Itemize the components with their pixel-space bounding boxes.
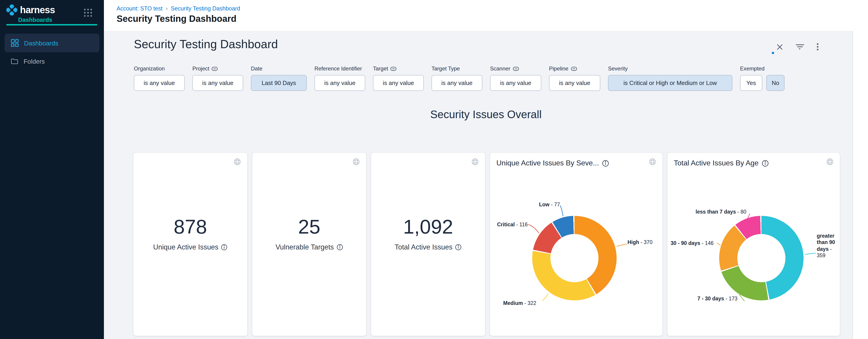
page-title: Security Testing Dashboard xyxy=(117,13,237,24)
dashboard-title: Security Testing Dashboard xyxy=(134,37,278,51)
screen: harness Dashboards Das xyxy=(0,0,868,339)
slice-label: greater than 90 days - 359 xyxy=(817,233,841,259)
breadcrumb-separator-icon: › xyxy=(166,5,168,12)
filter-organization: Organization is any value xyxy=(134,65,185,91)
close-icon[interactable] xyxy=(775,42,784,52)
globe-icon[interactable] xyxy=(471,158,479,165)
donut-hole xyxy=(550,234,598,282)
filter-label: Pipeline xyxy=(549,65,568,72)
filter-severity: Severity is Critical or High or Medium o… xyxy=(608,65,732,91)
tile-unique-active-issues: 878 Unique Active Issues xyxy=(133,153,247,336)
globe-icon[interactable] xyxy=(649,158,656,165)
slice-label: 30 - 90 days - 146 xyxy=(671,240,713,247)
filter-label: Exempted xyxy=(740,65,765,72)
tiles-row: 878 Unique Active Issues 25 Vulnerable T… xyxy=(133,153,840,336)
sidebar: harness Dashboards Das xyxy=(0,0,104,339)
harness-logo-icon xyxy=(6,4,17,16)
filter-reference-identifier: Reference Identifier is any value xyxy=(314,65,365,91)
sidebar-item-dashboards[interactable]: Dashboards xyxy=(4,34,99,52)
chart-title: Total Active Issues By Age xyxy=(674,159,758,167)
globe-icon[interactable] xyxy=(352,158,360,165)
filter-label: Project xyxy=(192,65,209,72)
filter-label: Reference Identifier xyxy=(314,65,362,72)
filter-scanner: Scanner is any value xyxy=(490,65,541,91)
severity-donut-chart[interactable] xyxy=(532,216,617,300)
link-icon xyxy=(212,66,218,71)
info-icon[interactable] xyxy=(455,244,462,250)
link-icon xyxy=(570,66,577,71)
folder-icon xyxy=(11,58,18,64)
sidebar-item-label: Folders xyxy=(24,58,45,65)
filter-label: Scanner xyxy=(490,65,510,72)
kpi-label: Vulnerable Targets xyxy=(276,243,334,251)
sidebar-item-folders[interactable]: Folders xyxy=(4,52,99,70)
filter-icon[interactable] xyxy=(795,42,805,52)
filter-label: Target xyxy=(373,65,388,72)
filter-date: Date Last 90 Days xyxy=(251,65,307,91)
filter-target-type: Target Type is any value xyxy=(432,65,482,91)
kpi-value: 1,092 xyxy=(371,217,485,237)
filter-date-value[interactable]: Last 90 Days xyxy=(251,75,307,91)
link-icon xyxy=(391,66,397,71)
kebab-menu-icon[interactable] xyxy=(813,42,823,52)
globe-icon[interactable] xyxy=(234,158,241,165)
globe-icon[interactable] xyxy=(826,158,834,165)
kpi-value: 25 xyxy=(252,217,366,237)
filter-label: Date xyxy=(251,65,262,72)
dashboard-embed: Security Testing Dashboard Organization … xyxy=(104,31,868,339)
notification-dot xyxy=(772,52,774,54)
filter-label: Target Type xyxy=(432,65,460,72)
age-donut-chart[interactable] xyxy=(719,216,804,300)
breadcrumb: Account: STO test › Security Testing Das… xyxy=(117,5,240,12)
filter-severity-value[interactable]: is Critical or High or Medium or Low xyxy=(608,75,732,91)
filter-pipeline: Pipeline is any value xyxy=(549,65,600,91)
module-title: Dashboards xyxy=(18,16,52,23)
brand-name: harness xyxy=(20,4,55,16)
kpi-label: Unique Active Issues xyxy=(153,243,218,251)
module-underline xyxy=(6,24,97,25)
slice-label: High - 370 xyxy=(627,239,652,246)
link-icon xyxy=(513,66,519,71)
top-header: Account: STO test › Security Testing Das… xyxy=(104,0,868,31)
sidebar-nav: Dashboards Folders xyxy=(4,34,99,70)
info-icon[interactable] xyxy=(336,244,343,250)
main-area: Account: STO test › Security Testing Das… xyxy=(104,0,868,339)
kpi-value: 878 xyxy=(133,217,247,237)
breadcrumb-page[interactable]: Security Testing Dashboard xyxy=(171,5,240,11)
app-grid-icon[interactable] xyxy=(83,8,93,18)
tile-total-active-issues-by-age: Total Active Issues By Age less than 7 d… xyxy=(668,153,840,336)
info-icon[interactable] xyxy=(221,244,227,250)
filter-label: Severity xyxy=(608,65,628,72)
section-title: Security Issues Overall xyxy=(104,108,868,121)
exempted-no-button[interactable]: No xyxy=(766,75,784,91)
tile-total-active-issues: 1,092 Total Active Issues xyxy=(371,153,485,336)
dashboards-icon xyxy=(11,39,19,47)
dashboard-toolbar xyxy=(772,42,831,55)
filter-target-value[interactable]: is any value xyxy=(373,75,424,91)
chart-title: Unique Active Issues By Seve... xyxy=(496,159,599,167)
info-icon[interactable] xyxy=(762,160,769,167)
filter-exempted: Exempted Yes No xyxy=(740,65,784,91)
slice-label: less than 7 days - 80 xyxy=(695,208,746,215)
breadcrumb-account[interactable]: Account: STO test xyxy=(117,5,162,11)
filter-reference-identifier-value[interactable]: is any value xyxy=(314,75,365,91)
filter-scanner-value[interactable]: is any value xyxy=(490,75,541,91)
tile-vulnerable-targets: 25 Vulnerable Targets xyxy=(252,153,366,336)
filter-pipeline-value[interactable]: is any value xyxy=(549,75,600,91)
filter-target-type-value[interactable]: is any value xyxy=(432,75,482,91)
filter-organization-value[interactable]: is any value xyxy=(134,75,185,91)
right-gutter xyxy=(852,31,868,339)
sidebar-item-label: Dashboards xyxy=(24,39,58,47)
slice-label: Medium - 322 xyxy=(503,300,536,307)
filter-project-value[interactable]: is any value xyxy=(192,75,243,91)
slice-label: 7 - 30 days - 173 xyxy=(698,295,738,302)
slice-label: Critical - 116 xyxy=(497,221,528,228)
kpi-label: Total Active Issues xyxy=(395,243,453,251)
filter-project: Project is any value xyxy=(192,65,243,91)
tile-unique-active-issues-by-severity: Unique Active Issues By Seve... Low - 77 xyxy=(490,153,662,336)
exempted-yes-button[interactable]: Yes xyxy=(740,75,762,91)
filter-target: Target is any value xyxy=(373,65,424,91)
info-icon[interactable] xyxy=(602,160,609,167)
donut-hole xyxy=(737,234,785,282)
slice-label: Low - 77 xyxy=(539,201,560,208)
